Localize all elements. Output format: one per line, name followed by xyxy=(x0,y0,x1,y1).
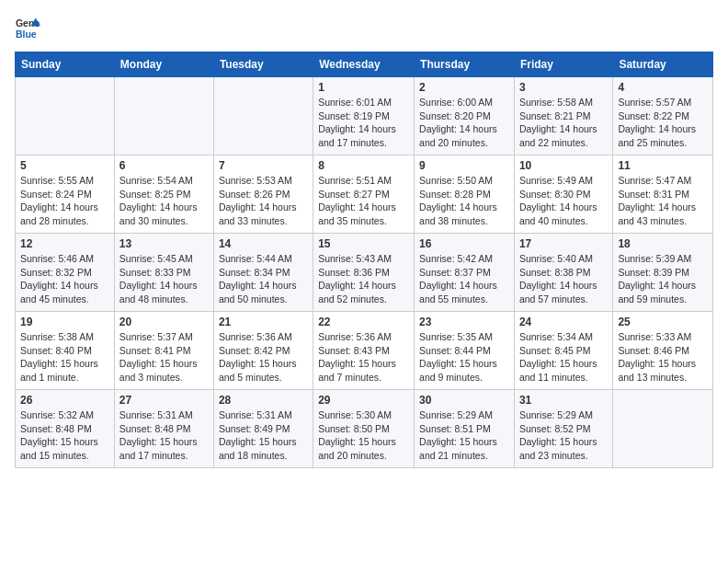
day-number: 9 xyxy=(419,159,509,172)
day-number: 17 xyxy=(519,237,608,250)
day-info: Sunrise: 5:58 AMSunset: 8:21 PMDaylight:… xyxy=(519,96,608,150)
day-number: 11 xyxy=(618,159,708,172)
day-info: Sunrise: 5:34 AMSunset: 8:45 PMDaylight:… xyxy=(519,330,608,385)
calendar-cell: 29Sunrise: 5:30 AMSunset: 8:50 PMDayligh… xyxy=(313,390,415,468)
svg-text:Blue: Blue xyxy=(16,29,37,40)
day-info: Sunrise: 5:36 AMSunset: 8:43 PMDaylight:… xyxy=(318,330,409,385)
day-number: 15 xyxy=(318,237,409,250)
weekday-header-row: SundayMondayTuesdayWednesdayThursdayFrid… xyxy=(16,52,713,77)
calendar-cell: 18Sunrise: 5:39 AMSunset: 8:39 PMDayligh… xyxy=(613,234,713,312)
day-info: Sunrise: 6:00 AMSunset: 8:20 PMDaylight:… xyxy=(419,96,509,150)
calendar-cell: 17Sunrise: 5:40 AMSunset: 8:38 PMDayligh… xyxy=(514,234,612,312)
day-number: 18 xyxy=(618,237,708,250)
calendar-cell: 10Sunrise: 5:49 AMSunset: 8:30 PMDayligh… xyxy=(514,155,612,234)
day-info: Sunrise: 5:44 AMSunset: 8:34 PMDaylight:… xyxy=(219,252,308,306)
day-info: Sunrise: 5:51 AMSunset: 8:27 PMDaylight:… xyxy=(318,174,409,228)
page-header: General Blue xyxy=(15,15,713,40)
logo-icon: General Blue xyxy=(15,15,40,40)
day-number: 27 xyxy=(119,394,209,407)
day-info: Sunrise: 5:30 AMSunset: 8:50 PMDaylight:… xyxy=(318,408,409,463)
calendar-cell: 25Sunrise: 5:33 AMSunset: 8:46 PMDayligh… xyxy=(613,312,713,390)
weekday-header-tuesday: Tuesday xyxy=(213,52,313,77)
day-info: Sunrise: 5:53 AMSunset: 8:26 PMDaylight:… xyxy=(219,174,308,228)
day-number: 29 xyxy=(318,394,409,407)
calendar-cell: 12Sunrise: 5:46 AMSunset: 8:32 PMDayligh… xyxy=(16,234,115,312)
day-info: Sunrise: 5:43 AMSunset: 8:36 PMDaylight:… xyxy=(318,252,409,306)
calendar-cell xyxy=(114,77,213,155)
logo: General Blue xyxy=(15,15,40,40)
day-number: 10 xyxy=(519,159,608,172)
day-number: 12 xyxy=(20,237,109,250)
day-number: 23 xyxy=(419,316,509,328)
day-number: 6 xyxy=(119,159,209,172)
calendar-cell: 16Sunrise: 5:42 AMSunset: 8:37 PMDayligh… xyxy=(415,234,515,312)
day-number: 28 xyxy=(219,394,308,407)
day-number: 3 xyxy=(519,81,608,94)
day-info: Sunrise: 5:31 AMSunset: 8:49 PMDaylight:… xyxy=(219,408,308,463)
weekday-header-monday: Monday xyxy=(114,52,213,77)
day-info: Sunrise: 5:37 AMSunset: 8:41 PMDaylight:… xyxy=(119,330,209,385)
day-info: Sunrise: 5:54 AMSunset: 8:25 PMDaylight:… xyxy=(119,174,209,228)
week-row-3: 12Sunrise: 5:46 AMSunset: 8:32 PMDayligh… xyxy=(16,234,713,312)
day-info: Sunrise: 5:50 AMSunset: 8:28 PMDaylight:… xyxy=(419,174,509,228)
calendar-cell: 30Sunrise: 5:29 AMSunset: 8:51 PMDayligh… xyxy=(415,390,515,468)
calendar-cell: 27Sunrise: 5:31 AMSunset: 8:48 PMDayligh… xyxy=(114,390,213,468)
calendar-cell: 5Sunrise: 5:55 AMSunset: 8:24 PMDaylight… xyxy=(16,155,115,234)
calendar-cell: 20Sunrise: 5:37 AMSunset: 8:41 PMDayligh… xyxy=(114,312,213,390)
day-info: Sunrise: 5:33 AMSunset: 8:46 PMDaylight:… xyxy=(618,330,708,385)
day-number: 8 xyxy=(318,159,409,172)
day-number: 21 xyxy=(219,316,308,328)
calendar-table: SundayMondayTuesdayWednesdayThursdayFrid… xyxy=(15,52,713,468)
day-info: Sunrise: 5:38 AMSunset: 8:40 PMDaylight:… xyxy=(20,330,109,385)
calendar-cell: 3Sunrise: 5:58 AMSunset: 8:21 PMDaylight… xyxy=(514,77,612,155)
day-info: Sunrise: 5:55 AMSunset: 8:24 PMDaylight:… xyxy=(20,174,109,228)
day-number: 20 xyxy=(119,316,209,328)
day-number: 7 xyxy=(219,159,308,172)
calendar-cell: 4Sunrise: 5:57 AMSunset: 8:22 PMDaylight… xyxy=(613,77,713,155)
day-info: Sunrise: 5:45 AMSunset: 8:33 PMDaylight:… xyxy=(119,252,209,306)
weekday-header-friday: Friday xyxy=(514,52,612,77)
day-info: Sunrise: 5:47 AMSunset: 8:31 PMDaylight:… xyxy=(618,174,708,228)
calendar-cell: 9Sunrise: 5:50 AMSunset: 8:28 PMDaylight… xyxy=(415,155,515,234)
week-row-4: 19Sunrise: 5:38 AMSunset: 8:40 PMDayligh… xyxy=(16,312,713,390)
day-number: 16 xyxy=(419,237,509,250)
day-number: 2 xyxy=(419,81,509,94)
day-info: Sunrise: 6:01 AMSunset: 8:19 PMDaylight:… xyxy=(318,96,409,150)
day-info: Sunrise: 5:31 AMSunset: 8:48 PMDaylight:… xyxy=(119,408,209,463)
day-number: 4 xyxy=(618,81,708,94)
week-row-1: 1Sunrise: 6:01 AMSunset: 8:19 PMDaylight… xyxy=(16,77,713,155)
day-number: 1 xyxy=(318,81,409,94)
calendar-cell: 7Sunrise: 5:53 AMSunset: 8:26 PMDaylight… xyxy=(213,155,313,234)
weekday-header-sunday: Sunday xyxy=(16,52,115,77)
day-number: 24 xyxy=(519,316,608,328)
day-info: Sunrise: 5:49 AMSunset: 8:30 PMDaylight:… xyxy=(519,174,608,228)
calendar-cell: 28Sunrise: 5:31 AMSunset: 8:49 PMDayligh… xyxy=(213,390,313,468)
weekday-header-wednesday: Wednesday xyxy=(313,52,415,77)
calendar-cell: 26Sunrise: 5:32 AMSunset: 8:48 PMDayligh… xyxy=(16,390,115,468)
calendar-cell: 22Sunrise: 5:36 AMSunset: 8:43 PMDayligh… xyxy=(313,312,415,390)
day-number: 14 xyxy=(219,237,308,250)
calendar-cell xyxy=(16,77,115,155)
day-info: Sunrise: 5:36 AMSunset: 8:42 PMDaylight:… xyxy=(219,330,308,385)
calendar-cell: 31Sunrise: 5:29 AMSunset: 8:52 PMDayligh… xyxy=(514,390,612,468)
week-row-2: 5Sunrise: 5:55 AMSunset: 8:24 PMDaylight… xyxy=(16,155,713,234)
weekday-header-saturday: Saturday xyxy=(613,52,713,77)
day-info: Sunrise: 5:35 AMSunset: 8:44 PMDaylight:… xyxy=(419,330,509,385)
weekday-header-thursday: Thursday xyxy=(415,52,515,77)
calendar-cell: 15Sunrise: 5:43 AMSunset: 8:36 PMDayligh… xyxy=(313,234,415,312)
day-info: Sunrise: 5:42 AMSunset: 8:37 PMDaylight:… xyxy=(419,252,509,306)
calendar-cell: 6Sunrise: 5:54 AMSunset: 8:25 PMDaylight… xyxy=(114,155,213,234)
day-number: 30 xyxy=(419,394,509,407)
calendar-cell xyxy=(613,390,713,468)
day-number: 19 xyxy=(20,316,109,328)
calendar-cell: 19Sunrise: 5:38 AMSunset: 8:40 PMDayligh… xyxy=(16,312,115,390)
calendar-cell: 2Sunrise: 6:00 AMSunset: 8:20 PMDaylight… xyxy=(415,77,515,155)
calendar-cell: 24Sunrise: 5:34 AMSunset: 8:45 PMDayligh… xyxy=(514,312,612,390)
calendar-cell: 23Sunrise: 5:35 AMSunset: 8:44 PMDayligh… xyxy=(415,312,515,390)
day-info: Sunrise: 5:29 AMSunset: 8:51 PMDaylight:… xyxy=(419,408,509,463)
week-row-5: 26Sunrise: 5:32 AMSunset: 8:48 PMDayligh… xyxy=(16,390,713,468)
day-info: Sunrise: 5:57 AMSunset: 8:22 PMDaylight:… xyxy=(618,96,708,150)
calendar-cell: 1Sunrise: 6:01 AMSunset: 8:19 PMDaylight… xyxy=(313,77,415,155)
day-info: Sunrise: 5:46 AMSunset: 8:32 PMDaylight:… xyxy=(20,252,109,306)
calendar-cell: 21Sunrise: 5:36 AMSunset: 8:42 PMDayligh… xyxy=(213,312,313,390)
